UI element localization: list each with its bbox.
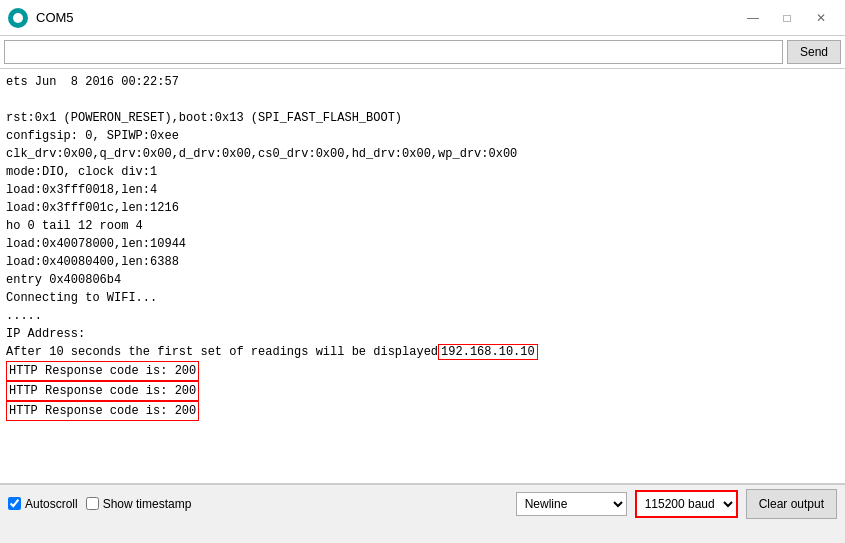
app-icon-inner bbox=[13, 13, 23, 23]
send-button[interactable]: Send bbox=[787, 40, 841, 64]
title-bar-buttons: — □ ✕ bbox=[737, 7, 837, 29]
show-timestamp-checkbox[interactable] bbox=[86, 497, 99, 510]
status-bar: Autoscroll Show timestamp No line ending… bbox=[0, 484, 845, 522]
output-area: ets Jun 8 2016 00:22:57 rst:0x1 (POWERON… bbox=[0, 69, 845, 484]
baud-select[interactable]: 300 baud1200 baud2400 baud4800 baud9600 … bbox=[637, 492, 736, 516]
output-line: load:0x3fff001c,len:1216 bbox=[6, 201, 179, 215]
http-response-line: HTTP Response code is: 200 bbox=[6, 361, 199, 381]
window-title: COM5 bbox=[36, 10, 74, 25]
http-response-line: HTTP Response code is: 200 bbox=[6, 401, 199, 421]
title-bar-left: COM5 bbox=[8, 8, 74, 28]
autoscroll-checkbox[interactable] bbox=[8, 497, 21, 510]
autoscroll-text: Autoscroll bbox=[25, 497, 78, 511]
show-timestamp-label[interactable]: Show timestamp bbox=[86, 497, 192, 511]
ip-address: 192.168.10.10 bbox=[438, 344, 538, 360]
newline-select[interactable]: No line endingNewlineCarriage returnBoth… bbox=[516, 492, 627, 516]
line-ip-prefix: After 10 seconds the first set of readin… bbox=[6, 345, 438, 359]
http-response-line: HTTP Response code is: 200 bbox=[6, 381, 199, 401]
output-line: mode:DIO, clock div:1 bbox=[6, 165, 157, 179]
output-line: IP Address: bbox=[6, 327, 92, 341]
show-timestamp-text: Show timestamp bbox=[103, 497, 192, 511]
output-line: Connecting to WIFI... bbox=[6, 291, 157, 305]
app-icon bbox=[8, 8, 28, 28]
output-line: load:0x3fff0018,len:4 bbox=[6, 183, 157, 197]
serial-input[interactable] bbox=[4, 40, 783, 64]
minimize-button[interactable]: — bbox=[737, 7, 769, 29]
input-row: Send bbox=[0, 36, 845, 69]
output-line: clk_drv:0x00,q_drv:0x00,d_drv:0x00,cs0_d… bbox=[6, 147, 517, 161]
output-line: configsip: 0, SPIWP:0xee bbox=[6, 129, 179, 143]
title-bar: COM5 — □ ✕ bbox=[0, 0, 845, 36]
output-line: load:0x40080400,len:6388 bbox=[6, 255, 179, 269]
output-line: ets Jun 8 2016 00:22:57 bbox=[6, 75, 179, 89]
output-line: rst:0x1 (POWERON_RESET),boot:0x13 (SPI_F… bbox=[6, 111, 402, 125]
clear-output-button[interactable]: Clear output bbox=[746, 489, 837, 519]
autoscroll-label[interactable]: Autoscroll bbox=[8, 497, 78, 511]
output-line: entry 0x400806b4 bbox=[6, 273, 121, 287]
output-line: load:0x40078000,len:10944 bbox=[6, 237, 186, 251]
baud-select-wrapper: 300 baud1200 baud2400 baud4800 baud9600 … bbox=[635, 490, 738, 518]
close-button[interactable]: ✕ bbox=[805, 7, 837, 29]
output-line: ho 0 tail 12 room 4 bbox=[6, 219, 143, 233]
output-line: ..... bbox=[6, 309, 42, 323]
maximize-button[interactable]: □ bbox=[771, 7, 803, 29]
